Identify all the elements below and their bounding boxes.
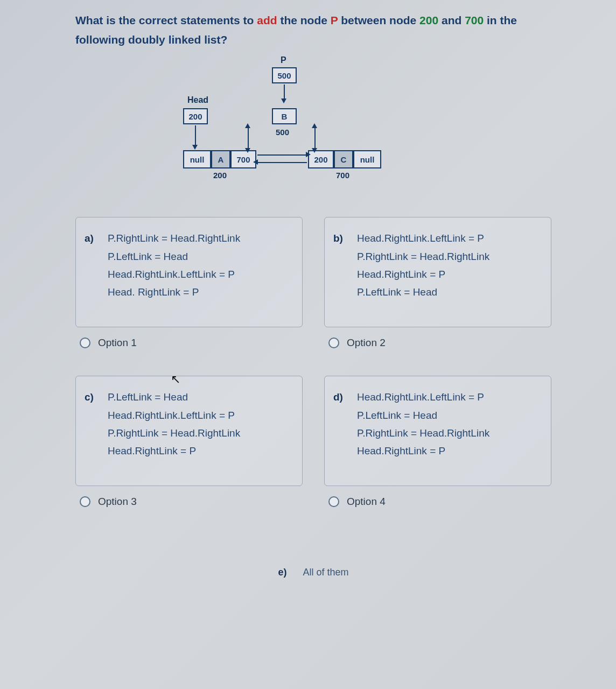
option-d-line: P.LeftLink = Head xyxy=(357,406,542,424)
option-d-letter: d) xyxy=(333,388,343,460)
radio-icon xyxy=(328,338,339,348)
linked-list-diagram: P 500 Head 200 B 500 null A 700 200 200 … xyxy=(75,55,551,201)
option-a-line: P.LeftLink = Head xyxy=(108,248,293,265)
option-c-line: Head.RightLink = P xyxy=(108,442,293,460)
b-value: 500 xyxy=(276,128,289,137)
option-2-radio-row[interactable]: Option 2 xyxy=(324,337,551,349)
option-a-line: Head.RightLink.LeftLink = P xyxy=(108,265,293,283)
option-d-card: d) Head.RightLink.LeftLink = P P.LeftLin… xyxy=(324,376,551,486)
option-a-cell: a) P.RightLink = Head.RightLink P.LeftLi… xyxy=(75,217,303,349)
b-node-box: B xyxy=(272,108,297,124)
head-label: Head xyxy=(187,95,208,105)
option-b-card: b) Head.RightLink.LeftLink = P P.RightLi… xyxy=(324,217,551,327)
option-c-line: Head.RightLink.LeftLink = P xyxy=(108,406,293,424)
option-c-cell: c) P.LeftLink = Head Head.RightLink.Left… xyxy=(75,376,303,508)
question-text: What is the correct statements to add th… xyxy=(75,11,551,49)
option-b-line: P.LeftLink = Head xyxy=(357,283,542,301)
p-node-box: 500 xyxy=(272,67,297,83)
a-left-cell: null xyxy=(183,150,211,168)
radio-icon xyxy=(80,338,90,348)
radio-icon xyxy=(328,496,339,507)
option-e-letter: e) xyxy=(278,567,286,578)
radio-icon xyxy=(80,496,90,507)
option-c-card: c) P.LeftLink = Head Head.RightLink.Left… xyxy=(75,376,303,486)
option-e-text: All of them xyxy=(303,567,348,578)
option-4-label: Option 4 xyxy=(347,496,386,508)
option-b-line: P.RightLink = Head.RightLink xyxy=(357,248,542,265)
option-d-line: P.RightLink = Head.RightLink xyxy=(357,424,542,442)
option-1-radio-row[interactable]: Option 1 xyxy=(75,337,303,349)
option-c-line: P.RightLink = Head.RightLink xyxy=(108,424,293,442)
a-below: 200 xyxy=(213,171,227,180)
option-c-letter: c) xyxy=(85,388,94,460)
c-left-cell: 200 xyxy=(308,150,334,168)
c-below: 700 xyxy=(336,171,349,180)
cursor-icon: ↖ xyxy=(171,372,180,386)
option-a-line: P.RightLink = Head.RightLink xyxy=(108,229,293,247)
option-c-line: P.LeftLink = Head xyxy=(108,388,293,406)
option-b-letter: b) xyxy=(333,229,343,301)
a-right-cell: 700 xyxy=(230,150,256,168)
option-d-line: Head.RightLink = P xyxy=(357,442,542,460)
c-mid-cell: C xyxy=(334,150,353,168)
p-label: P xyxy=(281,55,286,65)
option-d-cell: d) Head.RightLink.LeftLink = P P.LeftLin… xyxy=(324,376,551,508)
option-b-line: Head.RightLink = P xyxy=(357,265,542,283)
option-a-line: Head. RightLink = P xyxy=(108,283,293,301)
option-a-card: a) P.RightLink = Head.RightLink P.LeftLi… xyxy=(75,217,303,327)
option-d-line: Head.RightLink.LeftLink = P xyxy=(357,388,542,406)
c-right-cell: null xyxy=(353,150,381,168)
option-e-cell: e) All of them xyxy=(75,567,551,578)
option-3-radio-row[interactable]: Option 3 xyxy=(75,496,303,508)
option-a-letter: a) xyxy=(85,229,94,301)
option-1-label: Option 1 xyxy=(98,337,137,349)
option-2-label: Option 2 xyxy=(347,337,386,349)
head-box: 200 xyxy=(183,108,208,124)
option-b-line: Head.RightLink.LeftLink = P xyxy=(357,229,542,247)
options-grid: a) P.RightLink = Head.RightLink P.LeftLi… xyxy=(75,217,551,578)
option-4-radio-row[interactable]: Option 4 xyxy=(324,496,551,508)
a-mid-cell: A xyxy=(211,150,230,168)
option-b-cell: b) Head.RightLink.LeftLink = P P.RightLi… xyxy=(324,217,551,349)
option-3-label: Option 3 xyxy=(98,496,137,508)
